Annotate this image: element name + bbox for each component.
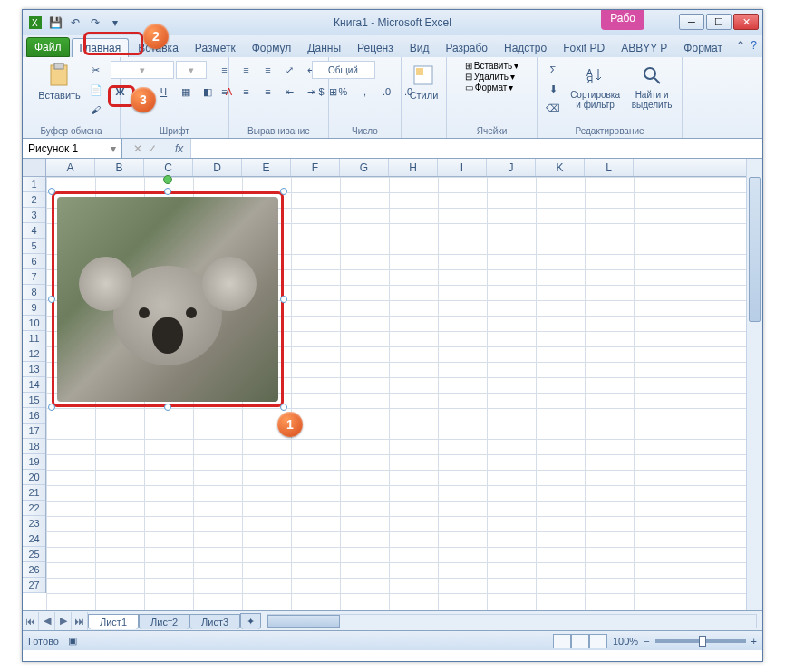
- font-family-select[interactable]: ▾: [111, 61, 174, 79]
- zoom-thumb[interactable]: [699, 636, 706, 647]
- cancel-formula-icon[interactable]: ✕: [133, 142, 142, 155]
- align-right-button[interactable]: ≡: [258, 83, 278, 101]
- sheet-tab-1[interactable]: Лист1: [88, 614, 139, 629]
- col-header[interactable]: H: [389, 159, 438, 176]
- resize-handle-ne[interactable]: [280, 188, 287, 195]
- tab-format[interactable]: Формат: [676, 39, 730, 57]
- cut-button[interactable]: ✂: [86, 61, 106, 79]
- row-header[interactable]: 10: [23, 316, 45, 331]
- col-header[interactable]: L: [585, 159, 634, 176]
- row-header[interactable]: 19: [23, 454, 45, 470]
- zoom-out-button[interactable]: −: [644, 636, 649, 647]
- row-header[interactable]: 12: [23, 346, 45, 362]
- delete-cells-button[interactable]: ⊟ Удалить ▾: [465, 72, 515, 82]
- increase-decimal-button[interactable]: .0: [377, 83, 397, 101]
- row-header[interactable]: 14: [23, 377, 45, 393]
- align-top-button[interactable]: ≡: [215, 61, 235, 79]
- tab-addins[interactable]: Надстро: [497, 39, 554, 57]
- row-header[interactable]: 16: [23, 408, 45, 424]
- tab-home[interactable]: Главная: [72, 38, 130, 57]
- inserted-picture[interactable]: [52, 191, 284, 407]
- tab-data[interactable]: Данны: [300, 39, 348, 57]
- fill-button[interactable]: ⬇: [543, 80, 563, 98]
- rotate-handle[interactable]: [163, 175, 172, 184]
- column-headers[interactable]: A B C D E F G H I J K L: [46, 159, 746, 177]
- tab-abbyy[interactable]: ABBYY P: [614, 39, 674, 57]
- align-center-button[interactable]: ≡: [237, 83, 257, 101]
- row-header[interactable]: 9: [23, 300, 45, 316]
- enter-formula-icon[interactable]: ✓: [148, 142, 157, 155]
- horizontal-scrollbar[interactable]: [267, 614, 757, 628]
- underline-button[interactable]: Ч: [154, 83, 174, 101]
- row-headers[interactable]: 1234567891011121314151617181920212223242…: [23, 177, 46, 593]
- border-button[interactable]: ▦: [176, 83, 196, 101]
- row-header[interactable]: 3: [23, 208, 45, 223]
- view-normal-button[interactable]: [553, 634, 571, 648]
- vertical-scrollbar[interactable]: [746, 159, 762, 610]
- hscroll-thumb[interactable]: [267, 615, 340, 628]
- row-header[interactable]: 2: [23, 192, 45, 208]
- sheet-nav-next[interactable]: ▶: [55, 612, 72, 630]
- col-header[interactable]: I: [438, 159, 487, 176]
- row-header[interactable]: 21: [23, 485, 45, 501]
- font-size-select[interactable]: ▾: [176, 61, 207, 79]
- styles-button[interactable]: Стили: [408, 61, 441, 102]
- resize-handle-s[interactable]: [164, 404, 171, 411]
- row-header[interactable]: 5: [23, 239, 45, 254]
- view-layout-button[interactable]: [571, 634, 589, 648]
- row-header[interactable]: 26: [23, 562, 45, 578]
- macro-record-icon[interactable]: ▣: [68, 635, 77, 647]
- copy-button[interactable]: 📄: [86, 81, 106, 99]
- close-button[interactable]: ✕: [733, 14, 759, 30]
- worksheet-grid[interactable]: A B C D E F G H I J K L 1234567891011121…: [23, 159, 762, 610]
- sheet-tab-3[interactable]: Лист3: [189, 614, 240, 629]
- sort-filter-button[interactable]: AЯ Сортировка и фильтр: [567, 61, 624, 112]
- col-header[interactable]: C: [144, 159, 193, 176]
- tab-foxit[interactable]: Foxit PD: [556, 39, 612, 57]
- row-header[interactable]: 13: [23, 362, 45, 377]
- number-format-select[interactable]: Общий: [312, 61, 375, 79]
- row-header[interactable]: 7: [23, 269, 45, 285]
- tab-view[interactable]: Вид: [402, 39, 437, 57]
- resize-handle-n[interactable]: [164, 188, 171, 195]
- row-header[interactable]: 24: [23, 531, 45, 547]
- decrease-indent-button[interactable]: ⇤: [280, 83, 300, 101]
- row-header[interactable]: 15: [23, 393, 45, 408]
- zoom-in-button[interactable]: +: [751, 636, 757, 647]
- row-header[interactable]: 11: [23, 331, 45, 346]
- minimize-ribbon-icon[interactable]: ⌃: [736, 39, 745, 52]
- currency-button[interactable]: $: [312, 83, 332, 101]
- select-all-corner[interactable]: [23, 159, 46, 177]
- row-header[interactable]: 8: [23, 285, 45, 300]
- redo-button[interactable]: ↷: [86, 14, 104, 32]
- qat-dropdown[interactable]: ▾: [106, 14, 124, 32]
- minimize-button[interactable]: ─: [679, 14, 704, 30]
- formula-input[interactable]: [190, 139, 762, 158]
- fx-icon[interactable]: fx: [168, 142, 190, 155]
- row-header[interactable]: 25: [23, 547, 45, 562]
- align-left-button[interactable]: ≡: [215, 83, 235, 101]
- tab-file[interactable]: Файл: [26, 37, 70, 57]
- row-header[interactable]: 4: [23, 223, 45, 239]
- autosum-button[interactable]: Σ: [543, 61, 563, 79]
- col-header[interactable]: B: [95, 159, 144, 176]
- col-header[interactable]: J: [487, 159, 536, 176]
- bold-button[interactable]: Ж: [111, 83, 131, 101]
- clear-button[interactable]: ⌫: [543, 99, 563, 117]
- col-header[interactable]: K: [536, 159, 585, 176]
- col-header[interactable]: F: [291, 159, 340, 176]
- percent-button[interactable]: %: [334, 83, 354, 101]
- row-header[interactable]: 23: [23, 516, 45, 531]
- tab-formulas[interactable]: Формул: [245, 39, 299, 57]
- undo-button[interactable]: ↶: [66, 14, 84, 32]
- view-pagebreak-button[interactable]: [589, 634, 607, 648]
- sheet-nav-first[interactable]: ⏮: [23, 612, 39, 630]
- row-header[interactable]: 6: [23, 254, 45, 269]
- new-sheet-button[interactable]: ✦: [240, 613, 261, 629]
- col-header[interactable]: G: [340, 159, 389, 176]
- resize-handle-se[interactable]: [280, 404, 287, 411]
- row-header[interactable]: 1: [23, 177, 45, 192]
- resize-handle-nw[interactable]: [48, 188, 55, 195]
- resize-handle-w[interactable]: [48, 296, 55, 303]
- row-header[interactable]: 17: [23, 424, 45, 439]
